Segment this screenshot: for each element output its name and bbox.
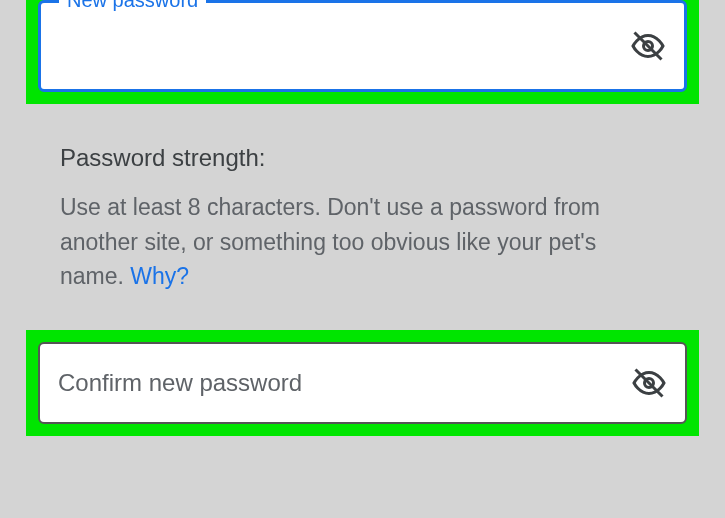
password-strength-title: Password strength: [60,144,665,172]
new-password-highlight: New password [26,0,699,104]
new-password-field[interactable]: New password [38,0,687,92]
confirm-password-input[interactable] [58,369,631,397]
password-strength-section: Password strength: Use at least 8 charac… [0,104,725,330]
visibility-off-icon[interactable] [630,28,666,64]
password-strength-hint: Use at least 8 characters. Don't use a p… [60,190,665,294]
why-link[interactable]: Why? [130,263,189,289]
new-password-label: New password [59,0,206,12]
visibility-off-icon[interactable] [631,365,667,401]
new-password-input[interactable] [59,32,630,60]
confirm-password-field[interactable] [38,342,687,424]
confirm-password-highlight [26,330,699,436]
